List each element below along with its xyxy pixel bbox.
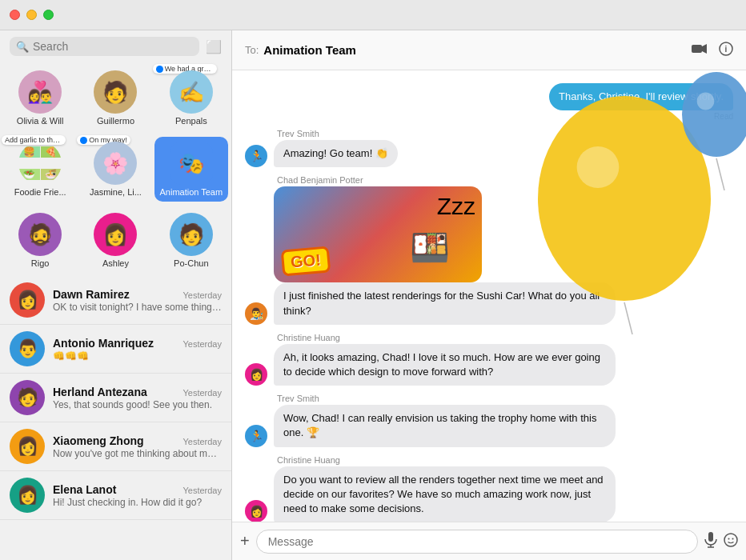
conv-item-xiaomeng[interactable]: 👩 Xiaomeng Zhong Yesterday Now you've go… <box>0 422 231 471</box>
pinned-avatar-foodie-friends: 🍔🍕🥗🍜 <box>18 142 62 185</box>
message-bubble-m6: Do you want to review all the renders to… <box>274 466 616 522</box>
z-sticker: Zzz <box>437 193 475 220</box>
chat-panel: To: Animation Team i Thanks, Christine. … <box>232 30 746 560</box>
read-receipt-m1: Read <box>714 112 733 121</box>
pinned-label-jasmine: Jasmine, Li... <box>90 187 142 197</box>
conv-avatar-herland: 🧑 <box>10 380 45 415</box>
pinned-avatar-jasmine: 🌸 <box>94 142 137 185</box>
pinned-section-row3: 🧔 Rigo 👩 Ashley 🧑 Po-Chun <box>0 205 231 276</box>
minimize-button[interactable] <box>26 10 37 20</box>
add-attachment-button[interactable]: + <box>240 532 250 550</box>
chat-title: Animation Team <box>263 43 356 57</box>
msg-avatar-m3: 👨‍🎨 <box>245 302 267 325</box>
add-icon: + <box>240 532 250 550</box>
conv-name-elena: Elena Lanot <box>53 483 116 496</box>
svg-rect-4 <box>708 532 713 542</box>
conv-preview-herland: Yes, that sounds good! See you then. <box>53 399 222 410</box>
compose-button[interactable]: ⬜ <box>206 39 222 54</box>
search-input[interactable] <box>33 40 193 53</box>
pinned-item-ashley[interactable]: 👩 Ashley <box>78 208 152 273</box>
message-row-m3: 👨‍🎨 Chad Benjamin Potter GO! Zzz 🍱 I jus… <box>245 175 733 324</box>
media-image-m3: GO! Zzz 🍱 <box>274 186 482 282</box>
maximize-button[interactable] <box>43 10 54 20</box>
pinned-label-guillermo: Guillermo <box>97 116 134 126</box>
sender-name-m4: Christine Huang <box>274 333 616 342</box>
sushi-car: 🍱 <box>410 229 450 266</box>
search-icon: 🔍 <box>16 41 29 53</box>
pinned-item-penpals[interactable]: We had a great time. Home with... ✍️ Pen… <box>154 66 228 130</box>
chat-header-icons: i <box>692 42 733 59</box>
conv-item-elena[interactable]: 👩 Elena Lanot Yesterday Hi! Just checkin… <box>0 471 231 520</box>
pinned-item-po-chun[interactable]: 🧑 Po-Chun <box>154 208 228 273</box>
pinned-label-po-chun: Po-Chun <box>174 258 208 268</box>
message-column-m4: Christine Huang Ah, it looks amazing, Ch… <box>274 333 616 386</box>
svg-point-8 <box>728 538 730 539</box>
video-call-button[interactable] <box>692 42 708 59</box>
message-column-m3: Chad Benjamin Potter GO! Zzz 🍱 I just fi… <box>274 175 616 324</box>
input-bar: + <box>232 522 746 560</box>
svg-point-7 <box>724 534 737 546</box>
sender-name-m2: Trev Smith <box>274 129 398 138</box>
chat-header: To: Animation Team i <box>232 30 746 70</box>
conv-preview-xiaomeng: Now you've got me thinking about my next… <box>53 448 222 459</box>
pinned-item-foodie-friends[interactable]: Add garlic to the butter, and then... 🍔🍕… <box>3 137 77 202</box>
msg-avatar-m6: 👩 <box>245 500 267 522</box>
compose-icon: ⬜ <box>206 40 222 54</box>
pinned-avatar-penpals: ✍️ <box>170 70 213 114</box>
message-row-m4: 👩 Christine Huang Ah, it looks amazing, … <box>245 333 733 386</box>
info-button[interactable]: i <box>719 42 733 59</box>
msg-avatar-m4: 👩 <box>245 363 267 386</box>
pinned-item-rigo[interactable]: 🧔 Rigo <box>3 208 77 273</box>
emoji-button[interactable] <box>724 533 738 550</box>
pinned-avatar-guillermo: 🧑 <box>94 70 137 114</box>
message-column-m6: Christine Huang Do you want to review al… <box>274 455 616 522</box>
message-column-m2: Trev Smith Amazing! Go team! 👏 <box>274 129 398 167</box>
pinned-section-row1: 👩‍❤️‍👨 Olivia & Will 🧑 Guillermo We had … <box>0 62 231 134</box>
app-container: 🔍 ⬜ 👩‍❤️‍👨 Olivia & Will 🧑 Guillermo We … <box>0 30 746 560</box>
message-bubble-m1: Thanks, Christine. I'll review shortly. <box>549 83 733 110</box>
conv-header-dawn: Dawn Ramirez Yesterday <box>53 288 222 301</box>
pinned-avatar-rigo: 🧔 <box>18 213 62 256</box>
pinned-item-guillermo[interactable]: 🧑 Guillermo <box>78 66 152 130</box>
pinned-avatar-olivia-will: 👩‍❤️‍👨 <box>18 70 62 114</box>
pinned-avatar-po-chun: 🧑 <box>170 213 213 256</box>
conv-header-antonio: Antonio Manriquez Yesterday <box>53 337 222 350</box>
conv-item-antonio[interactable]: 👨 Antonio Manriquez Yesterday 👊👊👊 <box>0 325 231 374</box>
message-row-m2: 🏃 Trev Smith Amazing! Go team! 👏 <box>245 129 733 167</box>
chat-to-label: To: <box>245 44 259 56</box>
title-bar <box>0 0 746 30</box>
conv-preview-dawn: OK to visit tonight? I have some things … <box>53 302 222 313</box>
conv-time-antonio: Yesterday <box>182 339 222 349</box>
conv-preview-antonio: 👊👊👊 <box>53 350 222 362</box>
message-bubble-m5: Wow, Chad! I can really envision us taki… <box>274 405 616 446</box>
messages-area: Thanks, Christine. I'll review shortly. … <box>232 70 746 522</box>
pinned-avatar-animation-team: 🎭 <box>170 142 213 185</box>
media-bubble-m3: GO! Zzz 🍱 <box>274 186 482 282</box>
conv-time-dawn: Yesterday <box>182 290 222 300</box>
pinned-item-olivia-will[interactable]: 👩‍❤️‍👨 Olivia & Will <box>3 66 77 130</box>
pinned-item-jasmine[interactable]: On my way! 🌸 Jasmine, Li... <box>78 137 152 202</box>
conv-time-xiaomeng: Yesterday <box>182 437 222 446</box>
conv-avatar-xiaomeng: 👩 <box>10 429 45 464</box>
pinned-label-animation-team: Animation Team <box>159 187 223 197</box>
message-bubble-m3: I just finished the latest renderings fo… <box>274 282 616 324</box>
svg-point-9 <box>732 538 734 539</box>
conv-content-herland: Herland Antezana Yesterday Yes, that sou… <box>53 386 222 410</box>
conv-time-herland: Yesterday <box>182 388 222 398</box>
conv-item-dawn[interactable]: 👩 Dawn Ramirez Yesterday OK to visit ton… <box>0 276 231 325</box>
message-bubble-m4: Ah, it looks amazing, Chad! I love it so… <box>274 344 616 386</box>
conv-item-herland[interactable]: 🧑 Herland Antezana Yesterday Yes, that s… <box>0 374 231 422</box>
message-input[interactable] <box>256 530 698 554</box>
audio-button[interactable] <box>704 532 717 551</box>
conv-avatar-antonio: 👨 <box>10 331 45 366</box>
pinned-section-row2: Add garlic to the butter, and then... 🍔🍕… <box>0 134 231 205</box>
message-column-m5: Trev Smith Wow, Chad! I can really envis… <box>274 394 616 446</box>
pinned-item-animation-team[interactable]: 🎭 Animation Team <box>154 137 228 202</box>
search-bar[interactable]: 🔍 <box>10 37 199 56</box>
conv-name-dawn: Dawn Ramirez <box>53 288 130 301</box>
message-row-m1: Thanks, Christine. I'll review shortly. … <box>245 83 733 121</box>
conv-name-antonio: Antonio Manriquez <box>53 337 154 350</box>
conv-content-elena: Elena Lanot Yesterday Hi! Just checking … <box>53 483 222 508</box>
close-button[interactable] <box>10 10 20 20</box>
conv-avatar-dawn: 👩 <box>10 282 45 318</box>
